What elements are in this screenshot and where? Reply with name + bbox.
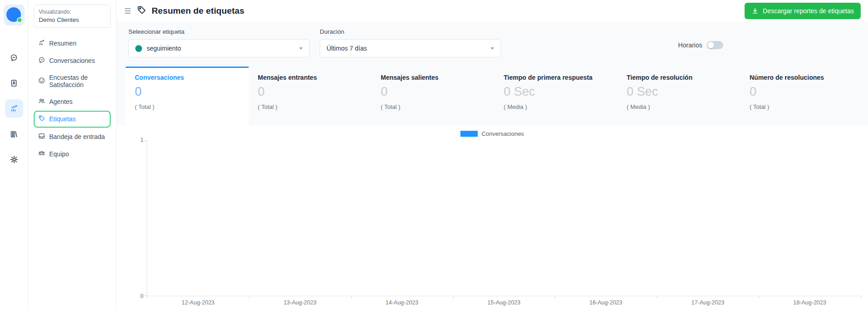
download-icon [751, 7, 759, 15]
metric-sublabel: ( Total ) [381, 103, 485, 110]
app-root: Visualizando: Demo Clientes Resumen Conv… [0, 0, 868, 309]
metric-label: Tiempo de primera respuesta [504, 74, 608, 81]
metric-label: Mensajes salientes [381, 74, 485, 81]
sidebar-item-label: Conversaciones [49, 57, 95, 64]
tab-numero-resoluciones[interactable]: Número de resoluciones 0 ( Total ) [740, 67, 863, 126]
y-axis-tick-mark [144, 295, 147, 296]
download-button-label: Descargar reportes de etiquetas [763, 7, 854, 15]
business-hours-toggle[interactable] [707, 41, 723, 49]
y-axis-tick-label: 0 [125, 293, 143, 299]
tag-icon [38, 115, 45, 123]
download-report-button[interactable]: Descargar reportes de etiquetas [745, 3, 861, 19]
chat-icon [38, 57, 45, 65]
y-axis-tick-label: 1 [125, 137, 143, 143]
metric-label: Tiempo de resolución [627, 74, 731, 81]
x-axis-labels: 12-Aug-2023 13-Aug-2023 14-Aug-2023 15-A… [147, 299, 861, 306]
business-hours-label: Horarios [678, 41, 702, 49]
tag-icon [137, 5, 146, 16]
conversations-nav-icon[interactable] [5, 48, 23, 67]
metric-value: 0 [135, 85, 240, 99]
sidebar-item-encuestas[interactable]: Encuestas de Satisfacción [34, 70, 111, 93]
duration-select-label: Duración [320, 28, 501, 35]
metric-label: Conversaciones [135, 74, 240, 81]
chevron-down-icon [299, 47, 303, 50]
tab-tiempo-primera-respuesta[interactable]: Tiempo de primera respuesta 0 Sec ( Medi… [495, 67, 618, 126]
sidebar-item-label: Encuestas de Satisfacción [49, 74, 106, 88]
chart-plot-area: 1 0 12-Aug-2023 13-Aug-2023 14-Aug-2023 … [147, 140, 861, 296]
metric-value: 0 [258, 85, 363, 99]
logo-status-dot [17, 17, 22, 23]
smiley-icon [38, 77, 45, 85]
tab-tiempo-resolucion[interactable]: Tiempo de resolución 0 Sec ( Media ) [618, 67, 740, 126]
label-filter-group: Seleecionar etiqueta seguimiento [128, 28, 310, 57]
x-axis-tick-label: 13-Aug-2023 [249, 299, 351, 306]
contacts-nav-icon[interactable] [5, 74, 23, 92]
metric-value: 0 Sec [627, 85, 731, 99]
label-select-value: seguimiento [147, 45, 295, 52]
metric-value: 0 Sec [504, 85, 608, 99]
label-color-dot [135, 45, 142, 52]
x-axis-tick-mark [351, 296, 352, 299]
metric-label: Mensajes entrantes [258, 74, 363, 81]
sidebar-item-label: Bandeja de entrada [49, 133, 105, 140]
filters-bar: Seleecionar etiqueta seguimiento Duració… [117, 22, 868, 67]
settings-gear-icon[interactable] [5, 150, 23, 169]
metric-sublabel: ( Media ) [504, 103, 608, 110]
sidebar-item-conversaciones[interactable]: Conversaciones [34, 52, 111, 69]
reports-menu: Resumen Conversaciones Encuestas de Sati… [34, 35, 111, 162]
x-axis-tick-label: 16-Aug-2023 [555, 299, 657, 306]
people-icon [38, 98, 45, 106]
business-hours-group: Horarios [678, 28, 723, 49]
sidebar-item-etiquetas[interactable]: Etiquetas [34, 111, 111, 127]
x-axis-tick-label: 12-Aug-2023 [147, 299, 249, 306]
tab-conversaciones[interactable]: Conversaciones 0 ( Total ) [126, 67, 249, 126]
chevron-down-icon [490, 47, 494, 50]
tab-mensajes-entrantes[interactable]: Mensajes entrantes 0 ( Total ) [249, 67, 372, 126]
primary-sidebar [0, 0, 28, 309]
sidebar-item-label: Resumen [49, 40, 77, 47]
page-title: Resumen de etiquetas [152, 6, 245, 16]
x-axis-tick-mark [555, 296, 555, 299]
inbox-icon [38, 133, 45, 141]
sidebar-item-resumen[interactable]: Resumen [34, 35, 111, 52]
sidebar-item-equipo[interactable]: Equipo [34, 146, 111, 162]
x-axis-tick-mark [861, 296, 861, 299]
reports-nav-icon[interactable] [5, 99, 23, 118]
metric-value: 0 [750, 85, 854, 99]
legend-label: Conversaciones [481, 130, 524, 137]
page-header: Resumen de etiquetas Descargar reportes … [117, 0, 868, 22]
toggle-knob [708, 42, 714, 48]
viewing-label: Visualizando: [39, 9, 106, 15]
account-switcher[interactable]: Visualizando: Demo Clientes [34, 5, 111, 28]
legend-swatch [460, 131, 478, 137]
sidebar-item-label: Agentes [49, 98, 72, 105]
x-axis-tick-mark [759, 296, 759, 299]
duration-select[interactable]: Últimos 7 días [320, 39, 501, 57]
sidebar-toggle-icon[interactable] [124, 6, 132, 15]
x-axis-tick-mark [249, 296, 250, 299]
trend-icon [38, 39, 45, 47]
x-axis-tick-mark [147, 296, 148, 299]
campaigns-nav-icon[interactable] [5, 125, 23, 143]
x-axis-tick-mark [657, 296, 657, 299]
main-panel: Resumen de etiquetas Descargar reportes … [117, 0, 868, 309]
x-axis-tick-mark [453, 296, 454, 299]
x-axis-tick-label: 14-Aug-2023 [351, 299, 453, 306]
metric-sublabel: ( Total ) [750, 103, 854, 110]
metric-label: Número de resoluciones [750, 74, 854, 81]
sidebar-item-label: Equipo [49, 150, 69, 158]
account-name: Demo Clientes [39, 16, 106, 23]
label-select[interactable]: seguimiento [128, 39, 310, 57]
duration-filter-group: Duración Últimos 7 días [320, 28, 501, 57]
y-axis-tick-mark [144, 140, 147, 141]
tab-mensajes-salientes[interactable]: Mensajes salientes 0 ( Total ) [372, 67, 495, 126]
x-axis-tick-label: 17-Aug-2023 [657, 299, 759, 306]
sidebar-item-label: Etiquetas [49, 115, 76, 123]
sidebar-item-agentes[interactable]: Agentes [34, 93, 111, 110]
metric-sublabel: ( Total ) [135, 103, 240, 110]
sidebar-item-bandeja[interactable]: Bandeja de entrada [34, 129, 111, 145]
app-logo[interactable] [4, 5, 25, 26]
chart-card: Conversaciones 1 0 12-Aug-2023 13-Aug-20… [117, 126, 868, 309]
metric-value: 0 [381, 85, 485, 99]
duration-select-value: Últimos 7 días [327, 45, 486, 52]
